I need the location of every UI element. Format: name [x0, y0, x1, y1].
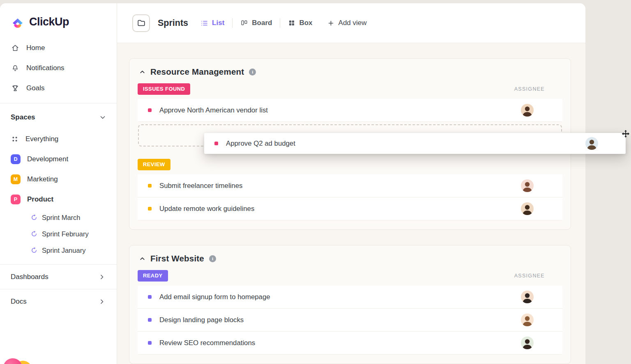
- tab-label: Box: [299, 19, 312, 27]
- space-avatar-product: P: [11, 195, 21, 204]
- person-silhouette-icon: [521, 202, 534, 215]
- nav-label: Home: [26, 44, 45, 52]
- trophy-icon: [11, 84, 19, 92]
- clickup-wordmark: ClickUp: [29, 16, 69, 28]
- person-silhouette-icon: [521, 179, 534, 192]
- avatar[interactable]: [521, 179, 534, 192]
- group-header: ISSUES FOUND ASSIGNEE: [138, 83, 562, 95]
- box-icon: [288, 19, 295, 27]
- space-label: Product: [27, 195, 53, 204]
- status-bullet: [148, 295, 152, 299]
- folder-icon: [137, 18, 146, 27]
- status-badge-ready[interactable]: READY: [138, 270, 168, 282]
- sprint-icon: [31, 214, 37, 221]
- task-list: Approve North American vendor list: [138, 99, 562, 122]
- status-badge-review[interactable]: REVIEW: [138, 159, 170, 170]
- tab-box-view[interactable]: Box: [288, 19, 312, 27]
- space-avatar-marketing: M: [11, 174, 21, 184]
- nav-label: Goals: [26, 84, 44, 92]
- sidebar-item-sprint-march[interactable]: Sprint March: [0, 209, 117, 226]
- card-header: First Website: [138, 251, 562, 268]
- clickup-logo[interactable]: ClickUp: [0, 3, 117, 38]
- avatar[interactable]: [521, 202, 534, 215]
- sidebar-item-development[interactable]: D Development: [0, 149, 117, 169]
- spaces-section-header[interactable]: Spaces: [0, 103, 117, 129]
- task-title: Approve North American vendor list: [159, 106, 268, 114]
- space-label: Marketing: [27, 175, 58, 183]
- task-list: Submit freelancer timelines Update remot…: [138, 174, 562, 220]
- task-row[interactable]: Approve North American vendor list: [138, 99, 562, 122]
- chevron-up-icon: [139, 256, 145, 262]
- sidebar-item-sprint-january[interactable]: Sprint January: [0, 242, 117, 259]
- person-silhouette-icon: [521, 104, 534, 117]
- chevron-up-icon: [139, 69, 145, 75]
- add-view-button[interactable]: Add view: [327, 19, 367, 27]
- tab-list-view[interactable]: List: [200, 19, 224, 27]
- task-row[interactable]: Design landing page blocks: [138, 309, 562, 332]
- sidebar-item-marketing[interactable]: M Marketing: [0, 169, 117, 189]
- person-silhouette-icon: [521, 314, 534, 326]
- assignee-column-header: ASSIGNEE: [514, 273, 545, 279]
- task-row[interactable]: Submit freelancer timelines: [138, 174, 562, 197]
- list-content: Resource Management ISSUES FOUND ASSIGNE…: [117, 43, 585, 364]
- task-row[interactable]: Update remote work guidelines: [138, 197, 562, 220]
- avatar[interactable]: [521, 314, 534, 326]
- card-title: Resource Management: [150, 67, 244, 77]
- collapse-button[interactable]: [139, 69, 145, 75]
- sidebar-item-notifications[interactable]: Notifications: [0, 58, 117, 78]
- app-window: ClickUp Home Notifications Goals: [0, 3, 585, 364]
- sidebar-item-docs[interactable]: Docs: [0, 289, 117, 314]
- task-row[interactable]: Add email signup form to homepage: [138, 286, 562, 309]
- collapse-button[interactable]: [139, 256, 145, 262]
- status-bullet: [148, 108, 152, 112]
- sidebar-item-sprint-february[interactable]: Sprint February: [0, 226, 117, 242]
- chevron-right-icon: [99, 274, 105, 280]
- status-bullet: [148, 207, 152, 211]
- info-icon[interactable]: [209, 255, 216, 262]
- status-bullet: [148, 318, 152, 322]
- tab-board-view[interactable]: Board: [240, 19, 272, 27]
- task-title: Update remote work guidelines: [159, 205, 254, 213]
- avatar[interactable]: [521, 104, 534, 117]
- sidebar-item-home[interactable]: Home: [0, 38, 117, 58]
- footer-label: Dashboards: [11, 273, 48, 281]
- tab-label: List: [212, 19, 224, 27]
- sidebar-item-goals[interactable]: Goals: [0, 78, 117, 98]
- divider: [232, 18, 233, 28]
- sidebar: ClickUp Home Notifications Goals: [0, 3, 117, 364]
- help-button[interactable]: [3, 358, 22, 364]
- space-label: Development: [27, 155, 68, 163]
- board-icon: [240, 19, 248, 27]
- sidebar-item-everything[interactable]: Everything: [0, 129, 117, 149]
- assignee-column-header: ASSIGNEE: [514, 86, 545, 92]
- avatar[interactable]: [521, 337, 534, 349]
- group-header: REVIEW: [138, 159, 562, 170]
- tab-label: Board: [252, 19, 272, 27]
- avatar: [585, 137, 598, 150]
- status-badge-issues-found[interactable]: ISSUES FOUND: [138, 83, 190, 95]
- dots-grid-icon: [11, 135, 19, 143]
- info-icon[interactable]: [249, 69, 256, 76]
- task-title: Design landing page blocks: [159, 316, 244, 324]
- folder-button[interactable]: [132, 14, 150, 32]
- sprint-label: Sprint January: [42, 247, 85, 254]
- sidebar-item-product[interactable]: P Product: [0, 189, 117, 209]
- avatar[interactable]: [521, 291, 534, 303]
- home-icon: [11, 44, 19, 52]
- person-silhouette-icon: [521, 291, 534, 303]
- status-bullet: [214, 142, 218, 145]
- status-bullet: [148, 341, 152, 345]
- main-area: Sprints List Board Box: [117, 3, 585, 364]
- view-header: Sprints List Board Box: [117, 3, 585, 43]
- sprint-label: Sprint February: [42, 230, 89, 238]
- dragged-task-row[interactable]: Approve Q2 ad budget: [204, 133, 626, 154]
- task-list: Add email signup form to homepage Design…: [138, 286, 562, 355]
- task-title: Approve Q2 ad budget: [226, 140, 295, 148]
- move-cursor-icon: [622, 130, 630, 138]
- task-title: Submit freelancer timelines: [159, 182, 242, 190]
- sprint-label: Sprint March: [42, 214, 81, 222]
- clickup-logo-icon: [11, 15, 25, 29]
- sidebar-item-dashboards[interactable]: Dashboards: [0, 264, 117, 289]
- task-row[interactable]: Review SEO recommendations: [138, 332, 562, 355]
- person-silhouette-icon: [585, 137, 598, 150]
